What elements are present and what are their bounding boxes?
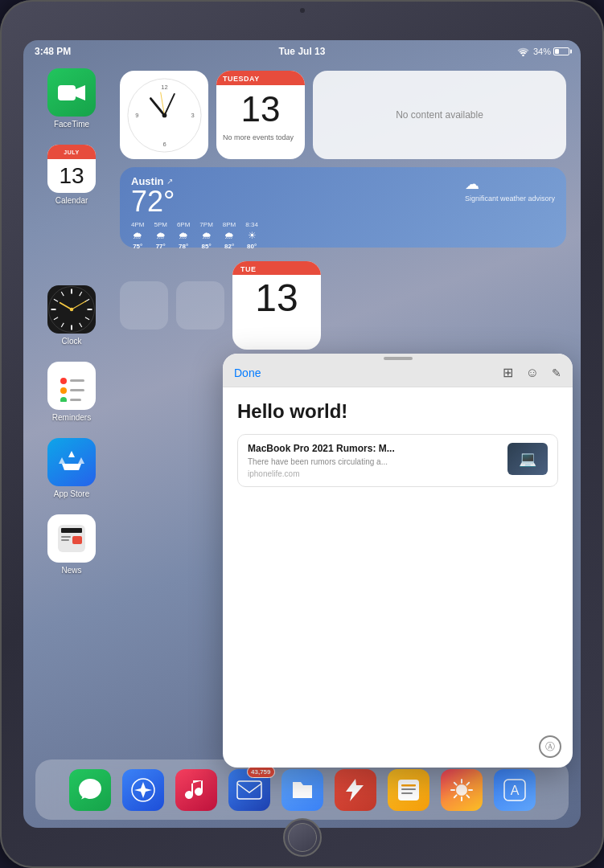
calendar-widget-med[interactable]: TUE 13 bbox=[232, 261, 321, 350]
note-bottom-icon[interactable]: Ⓐ bbox=[539, 735, 561, 758]
status-right: 34% bbox=[517, 47, 569, 56]
app-facetime[interactable]: FaceTime bbox=[35, 68, 108, 129]
weather-forecast: 4PM 🌧 75° 5PM 🌧 77° 6PM 🌧 78° bbox=[131, 221, 555, 250]
dock-mail[interactable]: 43,759 bbox=[228, 769, 270, 811]
app-news[interactable]: News bbox=[35, 514, 108, 575]
link-thumbnail: 💻 bbox=[507, 443, 548, 475]
macbook-icon: 💻 bbox=[519, 450, 536, 468]
svg-point-19 bbox=[60, 378, 67, 384]
link-title: MacBook Pro 2021 Rumors: M... bbox=[248, 443, 499, 454]
svg-marker-2 bbox=[76, 85, 85, 100]
clock-app-icon bbox=[47, 285, 96, 334]
reminders-label: Reminders bbox=[52, 413, 91, 422]
battery-icon bbox=[553, 47, 569, 55]
battery-percent: 34% bbox=[533, 47, 551, 56]
svg-rect-44 bbox=[401, 788, 416, 790]
toolbar-handle bbox=[384, 357, 413, 360]
svg-rect-23 bbox=[70, 389, 84, 391]
calendar-app-icon: JULY 13 bbox=[47, 145, 96, 193]
weather-advisory: Significant weather advisory bbox=[465, 194, 555, 203]
app-reminders[interactable]: Reminders bbox=[35, 362, 108, 422]
svg-rect-45 bbox=[401, 792, 413, 794]
svg-rect-43 bbox=[401, 784, 416, 787]
svg-rect-54 bbox=[453, 781, 458, 786]
battery-container: 34% bbox=[533, 47, 569, 56]
no-content-text: No content available bbox=[396, 109, 483, 121]
dock-spark[interactable] bbox=[335, 769, 376, 811]
svg-rect-1 bbox=[58, 85, 76, 100]
svg-rect-41 bbox=[237, 781, 261, 799]
weather-arrow-icon: ↗ bbox=[166, 177, 173, 186]
weather-widget-container: Austin ↗ 72° ☁ Significant weather advis… bbox=[120, 167, 566, 248]
svg-rect-52 bbox=[453, 793, 458, 798]
dock-appstore[interactable]: A bbox=[494, 769, 536, 811]
calendar-label: Calendar bbox=[55, 196, 88, 205]
svg-point-20 bbox=[60, 387, 67, 394]
upcoming-widget[interactable]: No content available bbox=[313, 71, 566, 159]
clock-label: Clock bbox=[61, 337, 81, 346]
ipad-screen: 3:48 PM Tue Jul 13 34% bbox=[23, 40, 581, 828]
note-panel[interactable]: Done ⊞ ☺ ✎ Hello world! MacBook Pro 2021… bbox=[223, 354, 573, 768]
svg-rect-22 bbox=[70, 379, 84, 382]
note-toolbar: Done ⊞ ☺ ✎ bbox=[223, 354, 573, 387]
app-placeholder-1[interactable] bbox=[120, 281, 168, 330]
svg-rect-29 bbox=[72, 536, 82, 544]
svg-point-21 bbox=[60, 397, 67, 402]
dock-notes[interactable] bbox=[388, 769, 429, 811]
pencil-icon[interactable]: ✎ bbox=[552, 366, 561, 379]
app-clock[interactable]: Clock bbox=[35, 285, 108, 346]
note-title: Hello world! bbox=[237, 400, 558, 423]
weather-right: ☁ Significant weather advisory bbox=[465, 175, 555, 203]
home-button-inner bbox=[288, 823, 317, 852]
cal-number: 13 bbox=[216, 85, 305, 130]
cal-med-num: 13 bbox=[232, 275, 321, 319]
dock-photos[interactable] bbox=[441, 769, 483, 811]
svg-rect-27 bbox=[61, 536, 71, 538]
accessibility-icon: Ⓐ bbox=[545, 740, 555, 754]
done-button[interactable]: Done bbox=[234, 366, 503, 379]
facetime-icon bbox=[47, 68, 96, 117]
forecast-item-2: 6PM 🌧 78° bbox=[177, 221, 190, 250]
note-content: Hello world! MacBook Pro 2021 Rumors: M.… bbox=[223, 387, 573, 500]
emoji-icon[interactable]: ☺ bbox=[526, 366, 539, 380]
clock-widget[interactable]: 12 3 6 9 bbox=[120, 71, 208, 159]
svg-point-0 bbox=[522, 54, 524, 55]
forecast-item-1: 5PM 🌧 77° bbox=[154, 221, 166, 250]
appstore-icon bbox=[47, 438, 96, 486]
dock-safari[interactable] bbox=[122, 769, 164, 811]
calendar-widget-sm[interactable]: TUESDAY 13 No more events today bbox=[216, 71, 305, 159]
svg-point-18 bbox=[70, 308, 74, 312]
status-bar: 3:48 PM Tue Jul 13 34% bbox=[23, 40, 581, 63]
facetime-label: FaceTime bbox=[54, 120, 89, 129]
cal-med-day: TUE bbox=[240, 265, 313, 273]
link-domain: iphonelife.com bbox=[248, 469, 499, 478]
app-calendar[interactable]: JULY 13 Calendar bbox=[35, 145, 108, 205]
dock: 43,759 bbox=[35, 760, 569, 820]
svg-rect-48 bbox=[465, 781, 470, 786]
news-label: News bbox=[61, 566, 81, 575]
weather-top: Austin ↗ 72° ☁ Significant weather advis… bbox=[131, 175, 555, 216]
weather-temp: 72° bbox=[131, 187, 175, 216]
link-thumb-inner: 💻 bbox=[507, 443, 548, 475]
svg-rect-47 bbox=[461, 779, 462, 784]
dock-music[interactable] bbox=[175, 769, 217, 811]
dock-files[interactable] bbox=[281, 769, 323, 811]
app-appstore[interactable]: App Store bbox=[35, 438, 108, 498]
note-link-card[interactable]: MacBook Pro 2021 Rumors: M... There have… bbox=[237, 434, 558, 487]
widgets-top-row: 12 3 6 9 TUESDAY 13 bbox=[120, 71, 566, 159]
svg-text:6: 6 bbox=[162, 140, 166, 147]
svg-text:3: 3 bbox=[191, 112, 194, 119]
app-grid-left: FaceTime JULY 13 Calendar bbox=[35, 68, 108, 575]
weather-widget[interactable]: Austin ↗ 72° ☁ Significant weather advis… bbox=[120, 167, 566, 248]
home-button[interactable] bbox=[283, 818, 322, 857]
grid-icon[interactable]: ⊞ bbox=[503, 365, 513, 380]
dock-messages[interactable] bbox=[69, 769, 111, 811]
app-placeholder-2[interactable] bbox=[176, 281, 224, 330]
cal-header-sm: TUESDAY bbox=[216, 71, 305, 85]
svg-rect-50 bbox=[465, 793, 470, 798]
second-app-row: TUE 13 bbox=[120, 261, 321, 350]
toolbar-icons: ⊞ ☺ ✎ bbox=[503, 365, 561, 380]
cal-body-sm: No more events today bbox=[216, 130, 305, 159]
link-desc: There have been rumors circulating a... bbox=[248, 457, 499, 467]
weather-cloud-icon: ☁ bbox=[465, 175, 555, 193]
